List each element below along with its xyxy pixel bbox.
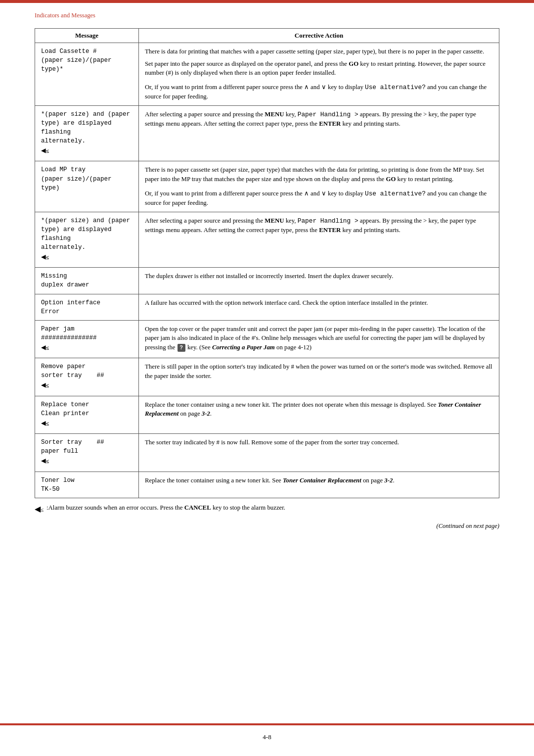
action-cell: There is data for printing that matches … <box>139 43 499 106</box>
table-row: *(paper size) and (papertype) are displa… <box>35 105 499 161</box>
table-row: Load Cassette #(paper size)/(paper type)… <box>35 43 499 106</box>
page: Indicators and Messages Message Correcti… <box>0 0 534 756</box>
message-cell: Sorter tray ##paper full◀≤ <box>35 434 139 472</box>
message-cell: Replace tonerClean printer◀≤ <box>35 396 139 433</box>
mono-paper-handling2: Paper Handling > <box>298 217 358 225</box>
page-ref-3-2b: 3-2 <box>384 477 393 484</box>
action-cell: Replace the toner container using a new … <box>139 472 499 498</box>
bottom-bar <box>0 723 534 725</box>
message-cell: Missingduplex drawer <box>35 268 139 294</box>
main-table: Message Corrective Action Load Cassette … <box>35 28 499 498</box>
action-cell: Replace the toner container using a new … <box>139 396 499 433</box>
keyword-go: GO <box>349 60 358 67</box>
action-cell: The duplex drawer is either not installe… <box>139 268 499 294</box>
page-ref-3-2: 3-2 <box>202 410 210 417</box>
table-row: Toner lowTK-50 Replace the toner contain… <box>35 472 499 498</box>
keyword-cancel: CANCEL <box>184 504 211 511</box>
keyword-enter: ENTER <box>319 120 341 127</box>
action-cell: There is still paper in the option sorte… <box>139 358 499 396</box>
mono-use-alternative: Use alternative? <box>365 84 426 91</box>
footnote-row: ◀≤ :Alarm buzzer sounds when an error oc… <box>35 504 499 514</box>
message-cell: Option interfaceError <box>35 294 139 320</box>
table-row: Replace tonerClean printer◀≤ Replace the… <box>35 396 499 433</box>
footnote-text: :Alarm buzzer sounds when an error occur… <box>46 504 285 512</box>
link-correcting-paper-jam[interactable]: Correcting a Paper Jam <box>212 344 275 351</box>
action-cell: The sorter tray indicated by # is now fu… <box>139 434 499 472</box>
action-cell: Open the top cover or the paper transfer… <box>139 320 499 358</box>
breadcrumb: Indicators and Messages <box>35 12 499 19</box>
action-cell: There is no paper cassette set (paper si… <box>139 161 499 212</box>
keyword-enter2: ENTER <box>319 227 341 234</box>
action-cell: After selecting a paper source and press… <box>139 212 499 268</box>
continued-text: (Continued on next page) <box>35 522 499 530</box>
message-cell: Load Cassette #(paper size)/(paper type)… <box>35 43 139 106</box>
table-row: Option interfaceError A failure has occu… <box>35 294 499 320</box>
table-row: Sorter tray ##paper full◀≤ The sorter tr… <box>35 434 499 472</box>
keyword-menu: MENU <box>265 111 284 118</box>
mono-paper-handling: Paper Handling > <box>298 111 358 118</box>
table-row: Missingduplex drawer The duplex drawer i… <box>35 268 499 294</box>
message-cell: Load MP tray(paper size)/(paper type) <box>35 161 139 212</box>
link-toner-replacement2[interactable]: Toner Container Replacement <box>283 477 361 484</box>
message-cell: Toner lowTK-50 <box>35 472 139 498</box>
action-cell: A failure has occurred with the option n… <box>139 294 499 320</box>
link-toner-replacement[interactable]: Toner Container Replacement <box>145 401 481 418</box>
table-row: Remove papersorter tray ##◀≤ There is st… <box>35 358 499 396</box>
col-header-action: Corrective Action <box>139 29 499 43</box>
footnote-area: ◀≤ :Alarm buzzer sounds when an error oc… <box>35 504 499 514</box>
page-number: 4-8 <box>0 733 534 741</box>
content-area: Message Corrective Action Load Cassette … <box>0 28 534 550</box>
message-cell: *(paper size) and (papertype) are displa… <box>35 105 139 161</box>
mono-use-alternative2: Use alternative? <box>365 190 426 197</box>
table-row: Load MP tray(paper size)/(paper type) Th… <box>35 161 499 212</box>
message-cell: *(paper size) and (papertype) are displa… <box>35 212 139 268</box>
message-cell: Paper jam###############◀≤ <box>35 320 139 358</box>
keyword-menu2: MENU <box>265 217 284 224</box>
col-header-message: Message <box>35 29 139 43</box>
table-row: Paper jam###############◀≤ Open the top … <box>35 320 499 358</box>
action-cell: After selecting a paper source and press… <box>139 105 499 161</box>
header-section: Indicators and Messages <box>0 3 534 19</box>
keyword-go2: GO <box>386 176 396 183</box>
table-row: *(paper size) and (papertype) are displa… <box>35 212 499 268</box>
message-cell: Remove papersorter tray ##◀≤ <box>35 358 139 396</box>
question-badge: ? <box>178 344 185 352</box>
alarm-symbol-footnote: ◀≤ <box>35 504 44 514</box>
